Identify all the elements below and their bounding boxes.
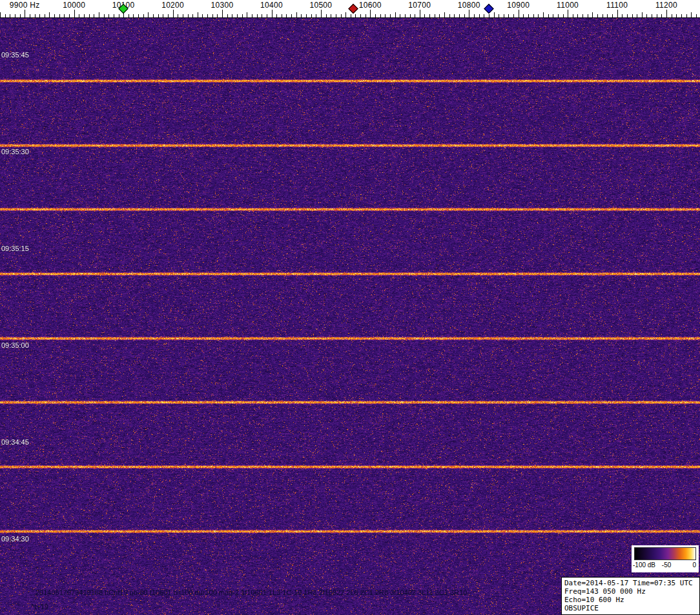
tick [513,14,514,17]
tick [454,14,455,17]
info-date-line: Date=2014-05-17 Time=07:35 UTC [564,579,697,587]
info-station-line: OBSUPICE [564,604,697,612]
tick [588,14,588,17]
tick [129,14,129,17]
tick [188,14,189,17]
tick [74,10,75,17]
legend-mid-label: -50 [662,561,671,569]
tick [676,14,677,17]
tick [573,14,573,17]
tick [345,12,346,17]
tick [375,14,376,17]
tick [301,14,302,17]
tick [232,14,232,17]
tick [104,14,105,17]
tick [410,14,411,17]
meteor-spectrogram-app: 9900 Hz100001010010200103001040010500106… [0,0,700,615]
tick [543,12,544,17]
tick [508,14,509,17]
tick [84,14,85,17]
tick [198,12,198,17]
tick [262,14,262,17]
tick [661,14,662,17]
tick [257,14,258,17]
tick [30,14,30,17]
tick [242,14,243,17]
tick [148,12,149,17]
tick [390,14,391,17]
tick [519,10,519,17]
tick [577,14,578,17]
tick [252,14,252,17]
tick [691,12,692,17]
tick [400,14,400,17]
marker-blue[interactable] [484,4,494,14]
tick [39,14,40,17]
tick [504,14,504,17]
tick [217,14,218,17]
tick [459,14,460,17]
tick [64,14,65,17]
tick [370,10,371,17]
tick [548,14,549,17]
legend-max-label: 0 [692,561,696,569]
tick [646,14,647,17]
tick [286,14,287,17]
freq-label: 10900 [507,1,530,10]
db-scale-legend: -100 dB -50 0 [632,545,699,572]
tick [108,14,109,17]
time-label: 09:35:45 [1,51,29,59]
time-label: 09:35:30 [1,148,29,156]
freq-label: 10000 [63,1,85,10]
tick [523,14,524,17]
tick [183,14,183,17]
tick [439,14,440,17]
tick [212,14,213,17]
tick [642,12,643,17]
tick [10,14,10,17]
tick [553,14,553,17]
tick [622,14,623,17]
tick [54,14,55,17]
tick [582,14,583,17]
tick [247,12,247,17]
tick [163,14,163,17]
tick [316,14,316,17]
tick [207,14,208,17]
legend-labels: -100 dB -50 0 [632,561,699,570]
tick [282,14,282,17]
tick [321,10,322,17]
tick [99,12,99,17]
tick [227,14,228,17]
tick [222,10,223,17]
tick [424,14,425,17]
freq-label: 10600 [359,1,382,10]
freq-label: 10800 [458,1,480,10]
tick [355,14,356,17]
tick [657,14,657,17]
tick [69,14,70,17]
tick [385,14,386,17]
tick [686,14,687,17]
tick [617,10,618,17]
freq-label: 9900 Hz [10,1,40,10]
tick [592,12,593,17]
spectrogram-canvas [0,18,700,615]
freq-label: 11100 [606,1,628,10]
tick [202,14,203,17]
marker-red[interactable] [349,4,359,14]
freq-label: 10500 [309,1,332,10]
frequency-ruler: 9900 Hz100001010010200103001040010500106… [0,0,700,18]
tick [168,14,169,17]
tick [89,14,90,17]
tick [380,14,381,17]
tick [25,10,25,17]
tick [5,14,6,17]
tick [489,14,489,17]
time-label: 09:34:45 [1,438,29,446]
cursor-annotation: ^t+19 [31,603,48,610]
tick [49,12,50,17]
tick [178,14,178,17]
tick [420,10,420,17]
tick [444,12,445,17]
